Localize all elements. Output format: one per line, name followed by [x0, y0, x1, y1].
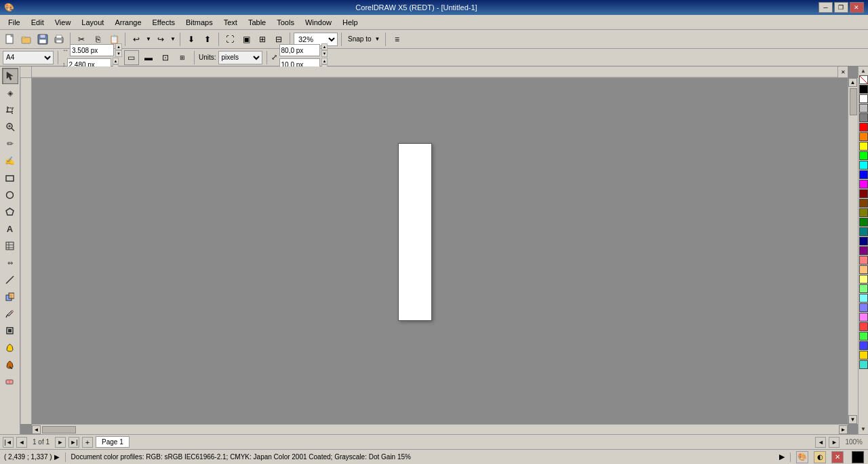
tool-ellipse[interactable]	[2, 187, 18, 203]
page-nav-first[interactable]: |◄	[3, 437, 14, 448]
tool-table[interactable]	[2, 237, 18, 254]
panel-close-button[interactable]: ✕	[837, 66, 848, 78]
color-swatch[interactable]	[859, 189, 868, 198]
vscroll-down-arrow[interactable]: ▼	[848, 415, 857, 424]
palette-scroll-up[interactable]: ▲	[861, 67, 866, 75]
color-swatch[interactable]	[859, 275, 868, 284]
cursor-position[interactable]: ( 2,439 ; 1,337 ) ▶	[4, 453, 60, 461]
units-select[interactable]: pixels inches mm cm	[218, 51, 262, 64]
tool-fill[interactable]	[2, 339, 18, 355]
color-correction-button[interactable]: ◐	[814, 451, 826, 463]
color-swatch-none[interactable]	[859, 75, 868, 84]
color-swatch[interactable]	[859, 360, 868, 369]
page-nav-last[interactable]: ►|	[68, 437, 79, 448]
color-swatch[interactable]	[859, 227, 868, 236]
tool-eraser[interactable]	[2, 373, 18, 389]
tool-outline[interactable]	[2, 322, 18, 339]
color-swatch[interactable]	[859, 104, 868, 113]
snap-dropdown[interactable]: ▼	[372, 32, 382, 47]
color-swatch[interactable]	[859, 313, 868, 322]
tool-dimension[interactable]: ⇔	[2, 254, 18, 271]
tool-freehand[interactable]: ✏	[2, 136, 18, 152]
color-swatch[interactable]	[859, 161, 868, 170]
undo-dropdown-button[interactable]: ▼	[145, 32, 152, 47]
redo-button[interactable]: ↪	[153, 32, 168, 47]
open-button[interactable]	[19, 32, 34, 47]
color-swatch[interactable]	[859, 237, 868, 246]
vscroll-track[interactable]: ▲ ▼	[848, 78, 858, 424]
hscroll-track[interactable]: ◄ ►	[32, 424, 848, 434]
tab-scroll-left[interactable]: ◄	[815, 437, 826, 448]
color-swatch[interactable]	[859, 256, 868, 265]
vscroll-up-arrow[interactable]: ▲	[848, 78, 857, 87]
hscroll-left-arrow[interactable]: ◄	[32, 425, 41, 434]
new-button[interactable]	[3, 32, 18, 47]
width-spinner[interactable]: ▲▼	[115, 43, 122, 57]
color-swatch[interactable]	[859, 332, 868, 341]
hscroll-right-arrow[interactable]: ►	[839, 425, 848, 434]
export-button[interactable]: ⬆	[200, 32, 215, 47]
color-swatch[interactable]	[859, 113, 868, 122]
tool-crop[interactable]	[2, 102, 18, 118]
full-screen-button[interactable]: ⛶	[222, 32, 237, 47]
restore-button[interactable]: ❐	[834, 2, 848, 13]
tool-node-edit[interactable]: ◈	[2, 85, 18, 101]
color-swatch[interactable]	[859, 85, 868, 94]
save-button[interactable]	[35, 32, 50, 47]
snap-options-button[interactable]: ≡	[389, 32, 404, 47]
menu-item-edit[interactable]: Edit	[26, 17, 50, 28]
tool-smart-draw[interactable]: ✍	[2, 153, 18, 169]
palette-scroll-down[interactable]: ▼	[861, 425, 866, 433]
menu-item-table[interactable]: Table	[243, 17, 271, 28]
view-btn3[interactable]: ⊞	[255, 32, 270, 47]
color-swatch[interactable]	[859, 218, 868, 227]
color-swatch[interactable]	[859, 294, 868, 303]
redo-dropdown-button[interactable]: ▼	[170, 32, 176, 47]
color-swatch[interactable]	[859, 303, 868, 312]
landscape-button[interactable]: ▬	[141, 50, 156, 65]
color-swatch[interactable]	[859, 132, 868, 141]
menu-item-file[interactable]: File	[3, 17, 26, 28]
profile-expand-icon[interactable]: ▶	[779, 452, 785, 461]
page-size-select[interactable]: A4 A3 Letter	[3, 51, 54, 64]
menu-item-view[interactable]: View	[50, 17, 77, 28]
menu-item-effects[interactable]: Effects	[147, 17, 180, 28]
color-swatch[interactable]	[859, 94, 868, 103]
fill-color-indicator[interactable]	[852, 451, 864, 463]
nudge-x-input[interactable]	[279, 44, 320, 56]
color-swatch[interactable]	[859, 246, 868, 255]
color-swatch[interactable]	[859, 199, 868, 208]
color-swatch[interactable]	[859, 142, 868, 151]
menu-item-text[interactable]: Text	[218, 17, 243, 28]
canvas-area[interactable]: ▲ ▼ ◄ ► .rtick { font-size: 7px; fill: #…	[20, 66, 858, 434]
color-swatch[interactable]	[859, 322, 868, 331]
layout-option-button[interactable]: ⊡	[158, 50, 173, 65]
tool-eyedropper[interactable]	[2, 305, 18, 322]
color-swatch[interactable]	[859, 170, 868, 179]
menu-item-tools[interactable]: Tools	[271, 17, 300, 28]
menu-item-layout[interactable]: Layout	[76, 17, 109, 28]
tool-smart-fill[interactable]	[2, 356, 18, 372]
color-swatch[interactable]	[859, 351, 868, 360]
page-nav-prev[interactable]: ◄	[16, 437, 27, 448]
color-manager-button[interactable]: 🎨	[796, 451, 808, 463]
tool-text[interactable]: A	[2, 220, 18, 237]
color-swatch[interactable]	[859, 151, 868, 160]
tool-rectangle[interactable]	[2, 170, 18, 186]
vscroll-thumb[interactable]	[850, 88, 857, 115]
color-swatch[interactable]	[859, 208, 868, 217]
menu-item-window[interactable]: Window	[300, 17, 337, 28]
page-nav-next[interactable]: ►	[55, 437, 66, 448]
close-button[interactable]: ✕	[850, 2, 864, 13]
hscroll-thumb[interactable]	[42, 426, 76, 433]
width-input[interactable]	[70, 44, 114, 56]
menu-item-bitmaps[interactable]: Bitmaps	[180, 17, 218, 28]
portrait-button[interactable]: ▭	[124, 50, 139, 65]
color-swatch[interactable]	[859, 341, 868, 350]
tool-interactive-fill[interactable]	[2, 288, 18, 305]
color-swatch[interactable]	[859, 180, 868, 189]
bleed-button[interactable]: ⊞	[175, 50, 190, 65]
tool-select[interactable]	[2, 68, 18, 84]
close-color-button[interactable]: ✕	[831, 451, 844, 463]
tool-line[interactable]	[2, 271, 18, 288]
